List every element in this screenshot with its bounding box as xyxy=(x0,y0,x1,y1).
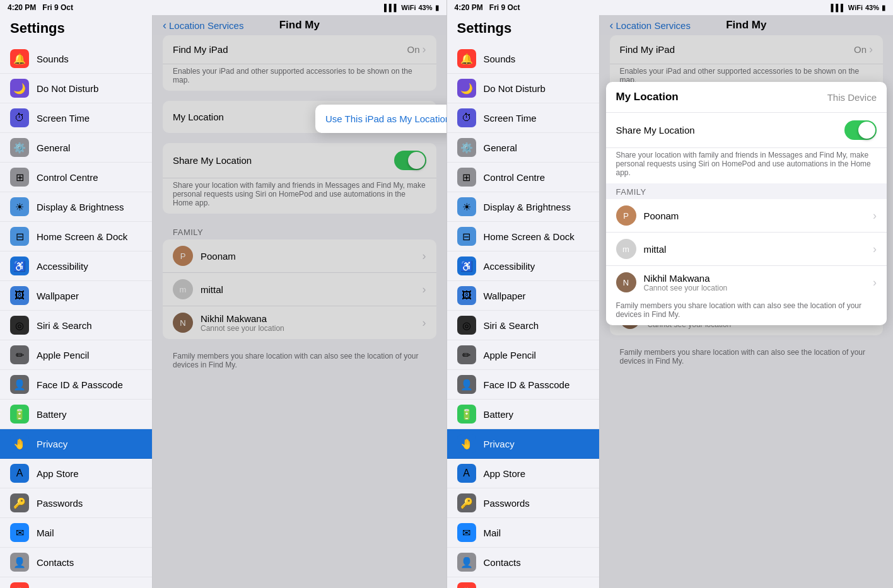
sidebar-item-wallpaper[interactable]: 🖼Wallpaper xyxy=(0,281,152,311)
sidebar-icon-do-not-disturb: 🌙 xyxy=(457,79,476,98)
sidebar-label-app-store: App Store xyxy=(484,468,526,479)
sidebar-item-calendar[interactable]: 📅Calendar xyxy=(447,577,599,588)
sidebar-label-wallpaper: Wallpaper xyxy=(37,291,79,301)
right-popup-family-list: P Poonam m mittal N Nikhil Makw xyxy=(606,199,887,299)
sidebar-label-wallpaper: Wallpaper xyxy=(484,291,526,301)
sidebar-label-contacts: Contacts xyxy=(37,557,74,568)
sidebar-icon-wallpaper: 🖼 xyxy=(10,286,29,305)
right-popup-family-footer: Family members you share location with c… xyxy=(606,299,887,325)
sidebar-item-control-centre[interactable]: ⊞Control Centre xyxy=(447,163,599,192)
sidebar-icon-battery: 🔋 xyxy=(10,405,29,424)
sidebar-label-home-screen-dock: Home Screen & Dock xyxy=(484,231,575,242)
sidebar-item-passwords[interactable]: 🔑Passwords xyxy=(447,488,599,518)
right-my-location-popup: My Location This Device Share My Locatio… xyxy=(606,82,887,325)
sidebar-label-display-brightness: Display & Brightness xyxy=(37,202,124,212)
sidebar-item-display-brightness[interactable]: ☀Display & Brightness xyxy=(0,192,152,222)
sidebar-item-screen-time[interactable]: ⏱Screen Time xyxy=(447,103,599,133)
sidebar-label-control-centre: Control Centre xyxy=(484,172,546,183)
sidebar-item-app-store[interactable]: AApp Store xyxy=(447,459,599,488)
sidebar-item-face-id-passcode[interactable]: 👤Face ID & Passcode xyxy=(447,370,599,400)
sidebar-label-siri-search: Siri & Search xyxy=(37,320,92,331)
sidebar-item-sounds[interactable]: 🔔Sounds xyxy=(447,44,599,74)
right-popup-nikhil[interactable]: N Nikhil Makwana Cannot see your locatio… xyxy=(606,266,887,299)
right-popup-avatar-mittal: m xyxy=(616,239,636,259)
sidebar-item-display-brightness[interactable]: ☀Display & Brightness xyxy=(447,192,599,222)
sidebar-item-home-screen-dock[interactable]: ⊟Home Screen & Dock xyxy=(447,222,599,251)
right-popup-value: This Device xyxy=(827,92,877,103)
sidebar-label-general: General xyxy=(484,142,517,153)
sidebar-icon-do-not-disturb: 🌙 xyxy=(10,79,29,98)
sidebar-item-mail[interactable]: ✉Mail xyxy=(0,518,152,548)
right-popup-name-poonam: Poonam xyxy=(644,210,873,221)
sidebar-label-apple-pencil: Apple Pencil xyxy=(37,350,89,360)
right-popup-mittal[interactable]: m mittal xyxy=(606,233,887,266)
sidebar-item-sounds[interactable]: 🔔Sounds xyxy=(0,44,152,74)
sidebar-label-display-brightness: Display & Brightness xyxy=(484,202,571,212)
sidebar-icon-home-screen-dock: ⊟ xyxy=(10,227,29,246)
right-status-bar: 4:20 PM Fri 9 Oct ▌▌▌ WiFi 43% ▮ xyxy=(447,0,894,15)
sidebar-item-control-centre[interactable]: ⊞Control Centre xyxy=(0,163,152,192)
sidebar-item-passwords[interactable]: 🔑Passwords xyxy=(0,488,152,518)
sidebar-item-apple-pencil[interactable]: ✏Apple Pencil xyxy=(0,340,152,370)
sidebar-icon-privacy: 🤚 xyxy=(10,434,29,453)
sidebar-item-general[interactable]: ⚙️General xyxy=(447,133,599,163)
sidebar-item-privacy[interactable]: 🤚Privacy xyxy=(447,429,599,459)
left-popup-use-ipad[interactable]: Use This iPad as My Location xyxy=(315,105,446,133)
sidebar-label-screen-time: Screen Time xyxy=(484,113,537,124)
sidebar-item-siri-search[interactable]: ◎Siri & Search xyxy=(0,311,152,340)
sidebar-icon-calendar: 📅 xyxy=(457,582,476,588)
sidebar-item-apple-pencil[interactable]: ✏Apple Pencil xyxy=(447,340,599,370)
right-popup-share-desc: Share your location with family and frie… xyxy=(606,148,887,183)
sidebar-item-do-not-disturb[interactable]: 🌙Do Not Disturb xyxy=(0,74,152,103)
sidebar-item-siri-search[interactable]: ◎Siri & Search xyxy=(447,311,599,340)
sidebar-item-home-screen-dock[interactable]: ⊟Home Screen & Dock xyxy=(0,222,152,251)
sidebar-icon-face-id-passcode: 👤 xyxy=(10,375,29,394)
sidebar-item-accessibility[interactable]: ♿Accessibility xyxy=(0,251,152,281)
sidebar-item-general[interactable]: ⚙️General xyxy=(0,133,152,163)
sidebar-item-accessibility[interactable]: ♿Accessibility xyxy=(447,251,599,281)
wifi-icon: WiFi xyxy=(401,4,416,11)
sidebar-icon-screen-time: ⏱ xyxy=(457,108,476,127)
sidebar-item-contacts[interactable]: 👤Contacts xyxy=(447,548,599,577)
sidebar-icon-siri-search: ◎ xyxy=(457,316,476,335)
sidebar-icon-accessibility: ♿ xyxy=(10,257,29,275)
sidebar-item-battery[interactable]: 🔋Battery xyxy=(0,400,152,429)
sidebar-item-calendar[interactable]: 📅Calendar xyxy=(0,577,152,588)
right-popup-header: My Location This Device xyxy=(606,82,887,113)
sidebar-item-app-store[interactable]: AApp Store xyxy=(0,459,152,488)
sidebar-icon-app-store: A xyxy=(10,464,29,483)
sidebar-icon-display-brightness: ☀ xyxy=(10,197,29,216)
sidebar-label-do-not-disturb: Do Not Disturb xyxy=(484,83,546,94)
sidebar-icon-contacts: 👤 xyxy=(457,553,476,572)
left-status-bar: 4:20 PM Fri 9 Oct ▌▌▌ WiFi 43% ▮ xyxy=(0,0,446,15)
right-popup-mittal-chevron xyxy=(873,243,877,256)
sidebar-label-passwords: Passwords xyxy=(37,498,83,509)
sidebar-item-battery[interactable]: 🔋Battery xyxy=(447,400,599,429)
right-popup-share-row: Share My Location xyxy=(606,113,887,148)
sidebar-icon-general: ⚙️ xyxy=(10,138,29,157)
sidebar-item-face-id-passcode[interactable]: 👤Face ID & Passcode xyxy=(0,370,152,400)
sidebar-label-contacts: Contacts xyxy=(484,557,521,568)
right-popup-share-toggle[interactable] xyxy=(844,120,877,140)
sidebar-item-screen-time[interactable]: ⏱Screen Time xyxy=(0,103,152,133)
sidebar-item-privacy[interactable]: 🤚Privacy xyxy=(0,429,152,459)
sidebar-label-accessibility: Accessibility xyxy=(484,261,535,272)
right-sidebar-title: Settings xyxy=(447,15,599,44)
right-popup-sub-nikhil: Cannot see your location xyxy=(644,284,873,292)
sidebar-item-contacts[interactable]: 👤Contacts xyxy=(0,548,152,577)
right-popup-avatar-nikhil: N xyxy=(616,272,636,292)
sidebar-label-accessibility: Accessibility xyxy=(37,261,88,272)
sidebar-item-mail[interactable]: ✉Mail xyxy=(447,518,599,548)
sidebar-icon-general: ⚙️ xyxy=(457,138,476,157)
sidebar-item-do-not-disturb[interactable]: 🌙Do Not Disturb xyxy=(447,74,599,103)
left-dim-overlay xyxy=(153,0,446,588)
sidebar-label-control-centre: Control Centre xyxy=(37,172,98,183)
right-sidebar: Settings 🔔Sounds🌙Do Not Disturb⏱Screen T… xyxy=(447,0,600,588)
right-wifi-icon: WiFi xyxy=(848,4,863,11)
battery-percentage: 43% xyxy=(418,4,432,11)
sidebar-label-mail: Mail xyxy=(484,527,501,538)
sidebar-label-home-screen-dock: Home Screen & Dock xyxy=(37,231,127,242)
sidebar-item-wallpaper[interactable]: 🖼Wallpaper xyxy=(447,281,599,311)
right-popup-poonam[interactable]: P Poonam xyxy=(606,199,887,233)
sidebar-icon-sounds: 🔔 xyxy=(10,49,29,68)
